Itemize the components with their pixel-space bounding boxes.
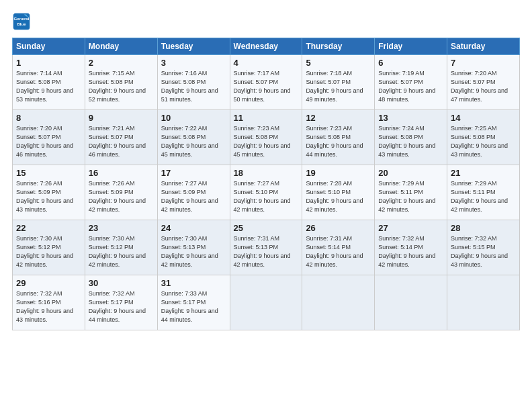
- day-number: 5: [306, 58, 371, 68]
- day-number: 16: [89, 168, 154, 178]
- calendar-cell: 28Sunrise: 7:32 AMSunset: 5:15 PMDayligh…: [447, 220, 520, 275]
- calendar-cell: 25Sunrise: 7:31 AMSunset: 5:13 PMDayligh…: [230, 220, 302, 275]
- calendar-cell: 4Sunrise: 7:17 AMSunset: 5:07 PMDaylight…: [230, 55, 302, 110]
- calendar-cell: 30Sunrise: 7:32 AMSunset: 5:17 PMDayligh…: [85, 275, 157, 330]
- calendar-cell: 3Sunrise: 7:16 AMSunset: 5:08 PMDaylight…: [157, 55, 230, 110]
- calendar-cell: 7Sunrise: 7:20 AMSunset: 5:07 PMDaylight…: [447, 55, 520, 110]
- day-number: 12: [306, 113, 371, 123]
- logo: General Blue: [12, 12, 34, 31]
- header: General Blue: [12, 12, 520, 31]
- day-number: 8: [16, 113, 81, 123]
- day-info: Sunrise: 7:25 AMSunset: 5:08 PMDaylight:…: [451, 124, 516, 159]
- day-info: Sunrise: 7:14 AMSunset: 5:08 PMDaylight:…: [16, 69, 81, 104]
- calendar-cell: 14Sunrise: 7:25 AMSunset: 5:08 PMDayligh…: [447, 110, 520, 165]
- calendar-cell: 21Sunrise: 7:29 AMSunset: 5:11 PMDayligh…: [447, 165, 520, 220]
- day-info: Sunrise: 7:32 AMSunset: 5:15 PMDaylight:…: [451, 234, 516, 269]
- day-number: 30: [89, 278, 154, 288]
- day-info: Sunrise: 7:26 AMSunset: 5:09 PMDaylight:…: [89, 179, 154, 214]
- col-header-tuesday: Tuesday: [157, 38, 230, 55]
- day-info: Sunrise: 7:30 AMSunset: 5:12 PMDaylight:…: [89, 234, 154, 269]
- day-info: Sunrise: 7:24 AMSunset: 5:08 PMDaylight:…: [378, 124, 443, 159]
- day-number: 20: [378, 168, 443, 178]
- day-number: 25: [234, 223, 299, 233]
- calendar-cell: 19Sunrise: 7:28 AMSunset: 5:10 PMDayligh…: [302, 165, 375, 220]
- day-number: 9: [89, 113, 154, 123]
- day-number: 31: [161, 278, 226, 288]
- day-info: Sunrise: 7:31 AMSunset: 5:13 PMDaylight:…: [234, 234, 299, 269]
- day-number: 22: [16, 223, 81, 233]
- calendar-cell: 17Sunrise: 7:27 AMSunset: 5:09 PMDayligh…: [157, 165, 230, 220]
- calendar-cell: 29Sunrise: 7:32 AMSunset: 5:16 PMDayligh…: [13, 275, 85, 330]
- calendar-cell: 15Sunrise: 7:26 AMSunset: 5:09 PMDayligh…: [13, 165, 85, 220]
- day-info: Sunrise: 7:29 AMSunset: 5:11 PMDaylight:…: [378, 179, 443, 214]
- col-header-monday: Monday: [85, 38, 157, 55]
- calendar-cell: 2Sunrise: 7:15 AMSunset: 5:08 PMDaylight…: [85, 55, 157, 110]
- calendar-cell: [230, 275, 302, 330]
- day-info: Sunrise: 7:20 AMSunset: 5:07 PMDaylight:…: [451, 69, 516, 104]
- day-number: 26: [306, 223, 371, 233]
- day-info: Sunrise: 7:32 AMSunset: 5:14 PMDaylight:…: [378, 234, 443, 269]
- week-row-2: 8Sunrise: 7:20 AMSunset: 5:07 PMDaylight…: [13, 110, 520, 165]
- day-info: Sunrise: 7:17 AMSunset: 5:07 PMDaylight:…: [234, 69, 299, 104]
- svg-text:General: General: [14, 16, 30, 21]
- calendar-cell: 11Sunrise: 7:23 AMSunset: 5:08 PMDayligh…: [230, 110, 302, 165]
- calendar-cell: 22Sunrise: 7:30 AMSunset: 5:12 PMDayligh…: [13, 220, 85, 275]
- day-info: Sunrise: 7:23 AMSunset: 5:08 PMDaylight:…: [234, 124, 299, 159]
- day-info: Sunrise: 7:21 AMSunset: 5:07 PMDaylight:…: [89, 124, 154, 159]
- calendar-cell: [447, 275, 520, 330]
- day-info: Sunrise: 7:26 AMSunset: 5:09 PMDaylight:…: [16, 179, 81, 214]
- calendar-cell: 26Sunrise: 7:31 AMSunset: 5:14 PMDayligh…: [302, 220, 375, 275]
- day-info: Sunrise: 7:23 AMSunset: 5:08 PMDaylight:…: [306, 124, 371, 159]
- day-number: 1: [16, 58, 81, 68]
- day-info: Sunrise: 7:18 AMSunset: 5:07 PMDaylight:…: [306, 69, 371, 104]
- day-number: 14: [451, 113, 516, 123]
- calendar-cell: 6Sunrise: 7:19 AMSunset: 5:07 PMDaylight…: [375, 55, 447, 110]
- calendar-table: SundayMondayTuesdayWednesdayThursdayFrid…: [12, 38, 520, 330]
- day-info: Sunrise: 7:33 AMSunset: 5:17 PMDaylight:…: [161, 289, 226, 324]
- day-number: 21: [451, 168, 516, 178]
- col-header-thursday: Thursday: [302, 38, 375, 55]
- calendar-cell: 27Sunrise: 7:32 AMSunset: 5:14 PMDayligh…: [375, 220, 447, 275]
- day-number: 13: [378, 113, 443, 123]
- day-number: 2: [89, 58, 154, 68]
- col-header-saturday: Saturday: [447, 38, 520, 55]
- day-info: Sunrise: 7:31 AMSunset: 5:14 PMDaylight:…: [306, 234, 371, 269]
- col-header-sunday: Sunday: [13, 38, 85, 55]
- day-info: Sunrise: 7:32 AMSunset: 5:16 PMDaylight:…: [16, 289, 81, 324]
- day-number: 4: [234, 58, 299, 68]
- logo-icon: General Blue: [12, 12, 31, 31]
- day-number: 3: [161, 58, 226, 68]
- calendar-cell: 8Sunrise: 7:20 AMSunset: 5:07 PMDaylight…: [13, 110, 85, 165]
- day-number: 23: [89, 223, 154, 233]
- day-number: 19: [306, 168, 371, 178]
- day-info: Sunrise: 7:15 AMSunset: 5:08 PMDaylight:…: [89, 69, 154, 104]
- main-container: General Blue SundayMondayTuesdayWednesda…: [0, 0, 532, 411]
- col-header-friday: Friday: [375, 38, 447, 55]
- day-info: Sunrise: 7:19 AMSunset: 5:07 PMDaylight:…: [378, 69, 443, 104]
- calendar-cell: 23Sunrise: 7:30 AMSunset: 5:12 PMDayligh…: [85, 220, 157, 275]
- calendar-cell: 12Sunrise: 7:23 AMSunset: 5:08 PMDayligh…: [302, 110, 375, 165]
- day-info: Sunrise: 7:22 AMSunset: 5:08 PMDaylight:…: [161, 124, 226, 159]
- day-number: 18: [234, 168, 299, 178]
- calendar-cell: 5Sunrise: 7:18 AMSunset: 5:07 PMDaylight…: [302, 55, 375, 110]
- week-row-3: 15Sunrise: 7:26 AMSunset: 5:09 PMDayligh…: [13, 165, 520, 220]
- calendar-cell: 18Sunrise: 7:27 AMSunset: 5:10 PMDayligh…: [230, 165, 302, 220]
- day-number: 24: [161, 223, 226, 233]
- day-number: 10: [161, 113, 226, 123]
- calendar-cell: 20Sunrise: 7:29 AMSunset: 5:11 PMDayligh…: [375, 165, 447, 220]
- calendar-cell: [375, 275, 447, 330]
- calendar-header-row: SundayMondayTuesdayWednesdayThursdayFrid…: [13, 38, 520, 55]
- day-info: Sunrise: 7:20 AMSunset: 5:07 PMDaylight:…: [16, 124, 81, 159]
- day-number: 17: [161, 168, 226, 178]
- calendar-cell: 16Sunrise: 7:26 AMSunset: 5:09 PMDayligh…: [85, 165, 157, 220]
- day-number: 27: [378, 223, 443, 233]
- day-info: Sunrise: 7:32 AMSunset: 5:17 PMDaylight:…: [89, 289, 154, 324]
- day-number: 28: [451, 223, 516, 233]
- day-number: 29: [16, 278, 81, 288]
- day-number: 6: [378, 58, 443, 68]
- calendar-cell: 1Sunrise: 7:14 AMSunset: 5:08 PMDaylight…: [13, 55, 85, 110]
- day-number: 15: [16, 168, 81, 178]
- week-row-1: 1Sunrise: 7:14 AMSunset: 5:08 PMDaylight…: [13, 55, 520, 110]
- day-info: Sunrise: 7:27 AMSunset: 5:09 PMDaylight:…: [161, 179, 226, 214]
- day-info: Sunrise: 7:30 AMSunset: 5:12 PMDaylight:…: [16, 234, 81, 269]
